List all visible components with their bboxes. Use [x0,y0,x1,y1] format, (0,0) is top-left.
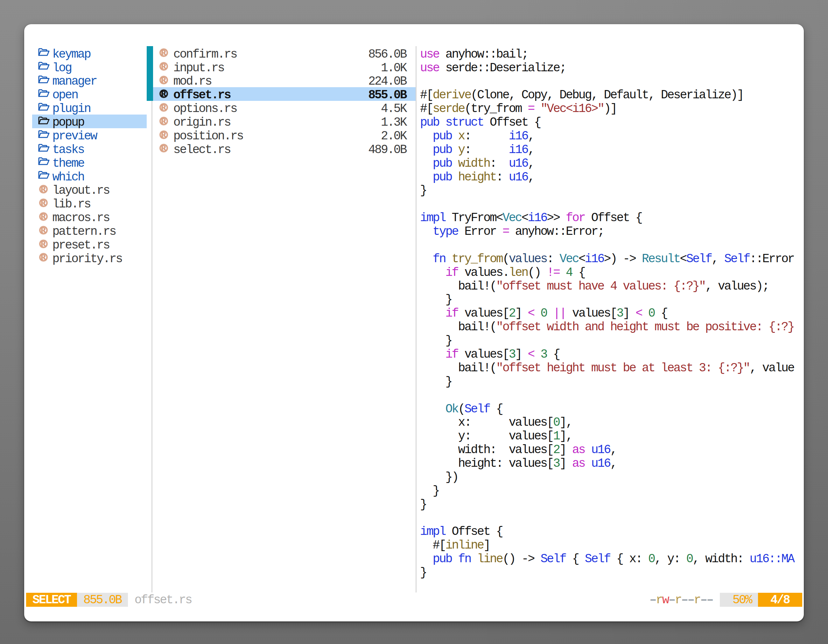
svg-text:R: R [161,49,166,56]
svg-text:R: R [161,62,166,71]
svg-text:R: R [161,103,166,111]
svg-text:R: R [161,116,166,125]
svg-text:R: R [41,226,46,234]
svg-text:R: R [161,76,166,84]
svg-text:R: R [161,89,166,98]
svg-text:R: R [41,185,46,193]
svg-text:R: R [41,253,46,261]
svg-text:R: R [41,212,46,221]
svg-text:R: R [41,239,46,248]
svg-text:R: R [41,199,46,207]
svg-text:R: R [161,130,166,138]
svg-text:R: R [161,144,166,152]
